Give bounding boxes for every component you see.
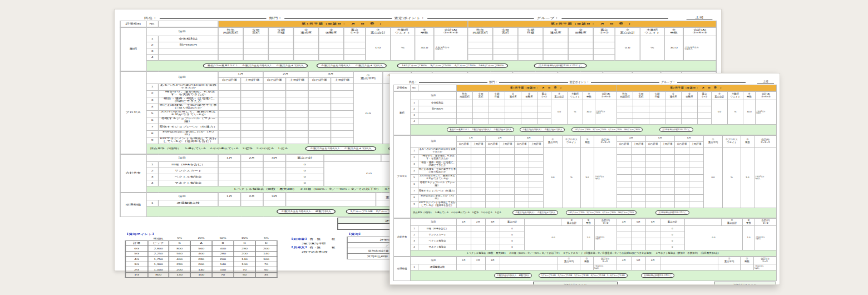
cell: 280 — [169, 262, 190, 267]
cell: 0 — [660, 244, 685, 250]
cell — [617, 119, 633, 125]
cell — [486, 201, 500, 208]
block: 1G800140100705035 — [125, 272, 277, 278]
process-q1-weight: % — [563, 148, 581, 208]
cell: ① 達成度 — [505, 92, 521, 100]
block: 業績 項目 昨年 同期実績今回 実績今期 目標① 達成度② 困難度素点 ①×②③… — [120, 28, 716, 71]
env-q1-total: 小数第1位を 5捨6入 — [594, 264, 617, 271]
cell — [218, 162, 240, 168]
cell: 2 — [411, 232, 418, 238]
perf-bubble-2: 小数第2位を5捨6入し、小数第1位まで記入 — [520, 127, 565, 132]
cell — [685, 219, 722, 226]
cell: 1月 — [457, 135, 486, 141]
cell — [660, 201, 675, 208]
cell — [218, 104, 240, 110]
cell: ③ 素点合計 — [551, 92, 568, 100]
cell — [486, 194, 500, 201]
process-q2-total: 小数第1位を 5捨6入 — [754, 148, 777, 208]
cell — [218, 48, 243, 55]
cell — [632, 168, 646, 174]
policy-item: マネクト勉強会 — [418, 244, 457, 250]
cell — [471, 194, 486, 201]
process-q1-multiplier: 5.0 — [581, 148, 594, 208]
process-bubble-2: 1&2グループ70% 3グループ50% 4グループ30% 5&6グループ20% — [566, 210, 637, 215]
name-label: 氏名： — [409, 80, 417, 83]
cell: ④業績 ウエイト — [640, 28, 664, 36]
cell: 2 — [411, 106, 418, 112]
perf-item — [418, 119, 457, 125]
cell — [286, 130, 308, 137]
grand-total-label: 評価総合計(A+B+C+D) — [714, 282, 776, 285]
cell — [268, 36, 293, 42]
cell — [263, 83, 285, 90]
block: 小数第1位を 5捨6入 — [756, 110, 776, 115]
cell: B — [212, 240, 234, 246]
env-bubble-1: 小数第1位を5捨6入し、整数で記入 — [494, 273, 532, 278]
cell: 1月 — [218, 155, 240, 162]
cell — [471, 188, 486, 194]
cell — [537, 112, 551, 119]
cell — [218, 55, 243, 61]
cell: 合計(B) ①×②×③ — [754, 135, 777, 148]
cell: 3月 — [515, 135, 544, 141]
cell — [218, 168, 240, 174]
cell — [218, 180, 240, 186]
block: 2枚で始末書1枚 — [290, 250, 336, 254]
cell: 8 — [146, 130, 159, 137]
cell: 3月 — [308, 71, 353, 77]
cell — [741, 264, 754, 271]
cell — [286, 137, 308, 144]
cell — [263, 137, 285, 144]
cell — [682, 119, 698, 125]
cell — [675, 188, 689, 194]
block: 4G1,750400280200140100 — [125, 257, 277, 262]
cell: 4 — [146, 104, 159, 110]
cell — [468, 48, 493, 55]
cell — [286, 117, 308, 124]
cell — [525, 219, 561, 226]
cell: 上司評価 — [660, 141, 675, 148]
cell — [294, 42, 319, 48]
block: 2枚で賞与半額 — [290, 242, 336, 246]
cell — [344, 36, 366, 42]
cell — [515, 181, 529, 188]
supervisor-label: 上司 — [687, 16, 713, 19]
cell: 今期 目標 — [268, 28, 293, 36]
cell: 素点 ①×② — [698, 92, 712, 100]
eval-type-header: 評価種別 — [120, 21, 146, 27]
supervisor-label: 上司 — [757, 80, 774, 83]
cell — [486, 148, 500, 154]
cell — [529, 148, 544, 154]
cell: 4月 — [617, 257, 632, 264]
cell — [457, 168, 471, 174]
cell: 3 — [411, 112, 418, 119]
points-underline — [591, 82, 659, 83]
item-column-header: 項目 — [411, 92, 457, 100]
cell: 20% — [190, 237, 212, 241]
cell — [568, 48, 593, 55]
cell — [617, 244, 632, 250]
perf-item: 部門別KPI — [159, 42, 218, 48]
cell: 上司評価 — [241, 77, 263, 83]
cell: 1,300 — [148, 262, 169, 267]
cell — [457, 119, 473, 125]
cell — [457, 244, 471, 250]
perf-item: 全体粗利益 — [418, 100, 457, 106]
cell — [344, 55, 366, 61]
eval-type-header: 評価種別 — [394, 85, 411, 91]
perf-q1-subtotal: 0.0 — [551, 100, 568, 125]
cell — [241, 168, 263, 174]
cell — [617, 148, 632, 154]
cell: ④業績 ウエイト — [568, 92, 583, 100]
env-bubble-q2: 第1四半期の記載方法と同じに — [641, 273, 674, 278]
cell: 自己評価 — [457, 141, 471, 148]
cell — [632, 148, 646, 154]
cell — [515, 161, 529, 168]
cell — [486, 188, 500, 194]
item-column-header: 項目 — [146, 28, 218, 36]
cell — [319, 36, 344, 42]
cell — [241, 90, 263, 97]
cell — [241, 97, 263, 104]
cell — [515, 194, 529, 201]
q2-title: 第2四半期（面談日： 月 日 ⑯ ） — [468, 21, 717, 27]
